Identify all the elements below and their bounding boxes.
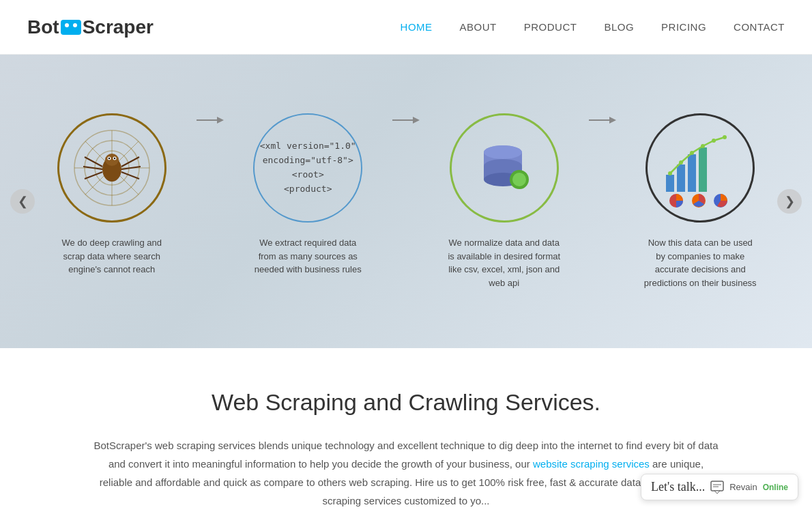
svg-line-14: [85, 157, 102, 167]
process-flow: We do deep crawling and scrap data where…: [31, 113, 781, 289]
website-scraping-link[interactable]: website scraping services: [533, 458, 650, 470]
chart-svg: [659, 127, 741, 209]
logo-bot-text: Bot: [27, 16, 59, 38]
svg-point-12: [108, 158, 110, 159]
svg-point-29: [484, 145, 522, 159]
chart-desc: Now this data can be used by companies t…: [642, 236, 758, 289]
arrow-1: [193, 113, 227, 168]
slider-left-arrow[interactable]: ❮: [10, 189, 35, 214]
chat-icon: [710, 481, 724, 494]
svg-rect-36: [688, 154, 696, 192]
chat-online-status: Online: [763, 483, 788, 492]
header: Bot Scraper HOME ABOUT PRODUCT BLOG PRIC…: [0, 0, 812, 55]
arrow-2: [389, 113, 423, 168]
svg-point-39: [679, 160, 683, 165]
logo[interactable]: Bot Scraper: [27, 16, 154, 38]
process-step-xml: <xml version="1.0" encoding="utf-8"> <ro…: [227, 113, 390, 276]
logo-robot-icon: [61, 20, 81, 35]
svg-marker-21: [217, 117, 224, 124]
svg-point-9: [105, 154, 119, 166]
section-description: BotScraper's web scraping services blend…: [92, 436, 720, 510]
process-step-spider: We do deep crawling and scrap data where…: [31, 113, 193, 276]
section-title: Web Scraping and Crawling Services.: [92, 389, 720, 416]
svg-marker-33: [609, 117, 616, 124]
hero-section: ❮ ❯: [0, 55, 812, 348]
nav-about[interactable]: ABOUT: [460, 21, 497, 33]
svg-point-13: [114, 158, 115, 159]
chat-widget[interactable]: Let's talk... Revain Online: [641, 474, 798, 500]
svg-marker-23: [413, 117, 420, 124]
database-svg: [470, 130, 538, 205]
svg-line-16: [85, 172, 102, 179]
process-step-database: We normalize data and data is available …: [423, 113, 585, 289]
logo-scraper-text: Scraper: [83, 16, 154, 38]
xml-text: <xml version="1.0" encoding="utf-8"> <ro…: [260, 139, 356, 196]
arrow-3: [585, 113, 620, 168]
slider-right-arrow[interactable]: ❯: [777, 189, 802, 214]
svg-point-38: [668, 171, 672, 175]
chart-circle: [646, 113, 755, 223]
main-nav: HOME ABOUT PRODUCT BLOG PRICING CONTACT: [401, 21, 785, 33]
svg-point-31: [512, 173, 526, 186]
lets-talk-text: Let's talk...: [651, 480, 705, 494]
svg-point-41: [701, 144, 705, 148]
nav-pricing[interactable]: PRICING: [661, 21, 706, 33]
xml-circle: <xml version="1.0" encoding="utf-8"> <ro…: [253, 113, 362, 223]
spider-svg: [71, 127, 153, 209]
nav-contact[interactable]: CONTACT: [734, 21, 785, 33]
svg-rect-34: [666, 175, 674, 192]
svg-point-40: [690, 151, 694, 155]
svg-rect-47: [711, 481, 723, 491]
revain-brand: Revain: [729, 482, 757, 492]
db-desc: We normalize data and data is available …: [446, 236, 562, 289]
process-step-chart: Now this data can be used by companies t…: [620, 113, 782, 289]
svg-point-43: [723, 135, 727, 139]
svg-point-42: [712, 139, 716, 143]
svg-line-17: [121, 157, 139, 167]
svg-rect-35: [677, 165, 685, 192]
nav-product[interactable]: PRODUCT: [524, 21, 577, 33]
svg-rect-37: [699, 147, 707, 192]
nav-home[interactable]: HOME: [401, 21, 433, 33]
xml-desc: We extract required data from as many so…: [250, 236, 366, 276]
db-circle: [450, 113, 559, 223]
svg-marker-50: [714, 491, 720, 494]
spider-circle: [57, 113, 166, 223]
svg-line-19: [121, 172, 139, 179]
nav-blog[interactable]: BLOG: [604, 21, 634, 33]
spider-desc: We do deep crawling and scrap data where…: [54, 236, 170, 276]
